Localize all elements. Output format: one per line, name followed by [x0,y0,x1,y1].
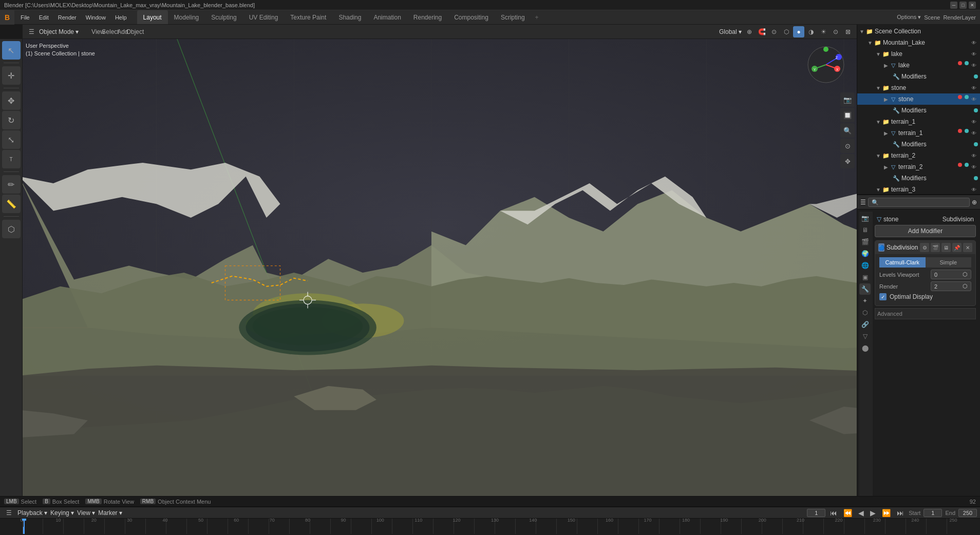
outliner-terrain2-mesh[interactable]: ▶ ▽ terrain_2 👁 [857,161,980,173]
properties-filter-icon[interactable]: ⊕ [972,199,977,206]
select-menu-button[interactable]: Select [105,26,116,37]
menu-help[interactable]: Help [111,13,131,22]
move-tool-button[interactable]: ✥ [2,91,21,110]
playhead[interactable] [24,519,25,534]
mode-dropdown[interactable]: Object Mode ▾ [39,28,90,35]
blender-logo[interactable]: B [0,10,14,25]
material-tab[interactable]: ⬤ [859,342,871,354]
render-layer-dropdown[interactable]: RenderLayer [943,14,976,21]
camera-view-button[interactable]: 📷 [840,92,855,107]
wireframe-icon[interactable]: ⬡ [781,26,792,37]
play-reverse-button[interactable]: ◀ [857,509,865,517]
tab-shading[interactable]: Shading [332,10,367,24]
outliner-lake-collection[interactable]: ▼ 📁 lake 👁 [857,48,980,60]
mod-close-btn[interactable]: ✕ [963,243,972,252]
scene-properties-tab[interactable]: 🌍 [859,248,871,259]
solid-shading-icon[interactable]: ● [793,26,804,37]
tab-uv-editing[interactable]: UV Editing [243,10,285,24]
advanced-section-button[interactable]: Advanced [875,308,976,319]
terrain2-mesh-caret[interactable]: ▶ [884,164,888,170]
modifier-properties-tab active[interactable]: 🔧 [859,283,871,295]
mountain-lake-visibility[interactable]: 👁 [970,39,978,47]
timeline-ruler[interactable]: 0 0 10 20 30 40 50 60 70 80 90 100 110 1… [0,519,980,535]
window-controls[interactable]: ─ □ ✕ [950,2,976,9]
tab-sculpting[interactable]: Sculpting [205,10,242,24]
add-modifier-button[interactable]: Add Modifier [875,225,976,237]
lake-mesh-visibility[interactable]: 👁 [970,61,978,69]
tab-compositing[interactable]: Compositing [448,10,495,24]
mod-realtime-btn[interactable]: ⚙ [920,243,929,252]
render-preview-button[interactable]: 🔲 [840,108,855,122]
outliner-stone-modifiers[interactable]: 🔧 Modifiers [857,105,980,116]
world-properties-tab[interactable]: 🌐 [859,260,871,271]
playback-dropdown[interactable]: Playback ▾ [17,509,47,517]
terrain1-mesh-caret[interactable]: ▶ [884,130,888,136]
tab-texture-paint[interactable]: Texture Paint [284,10,332,24]
terrain1-visibility[interactable]: 👁 [970,118,978,126]
orbit-button[interactable]: ⊙ [840,139,855,153]
properties-search-input[interactable] [868,198,970,207]
rotate-tool-button[interactable]: ↻ [2,111,21,129]
jump-end-button[interactable]: ⏭ [895,509,906,517]
terrain1-mesh-visibility[interactable]: 👁 [970,129,978,137]
outliner-terrain1-collection[interactable]: ▼ 📁 terrain_1 👁 [857,116,980,127]
tab-rendering[interactable]: Rendering [407,10,448,24]
mountain-lake-caret[interactable]: ▼ [868,40,873,46]
collection-caret[interactable]: ▼ [859,29,864,34]
outliner-stone-collection[interactable]: ▼ 📁 stone 👁 [857,82,980,93]
scene-dropdown[interactable]: Scene [924,14,940,21]
tab-animation[interactable]: Animation [367,10,407,24]
move-view-button[interactable]: ✥ [840,154,855,168]
mod-viewport-btn[interactable]: 🖥 [941,243,951,252]
timeline-menu-icon[interactable]: ☰ [3,507,14,519]
outliner-lake-mesh[interactable]: ▶ ▽ lake 👁 [857,60,980,71]
overlays-icon[interactable]: ⊙ [830,26,841,37]
keying-dropdown[interactable]: Keying ▾ [50,509,74,517]
menu-file[interactable]: File [16,13,34,22]
optimal-display-checkbox[interactable]: ✓ [879,293,887,300]
tab-scripting[interactable]: Scripting [495,10,531,24]
xray-icon[interactable]: ⊠ [842,26,854,37]
outliner-terrain2-modifiers[interactable]: 🔧 Modifiers [857,173,980,184]
step-forward-button[interactable]: ⏩ [880,509,892,517]
particles-tab[interactable]: ✦ [859,295,871,307]
editor-type-button[interactable]: ☰ [26,26,37,37]
properties-menu-icon[interactable]: ☰ [860,199,866,206]
current-frame-input[interactable] [807,509,825,517]
render-value[interactable]: 2 ⬡ [931,281,971,291]
outliner-scene-collection[interactable]: ▼ 📁 Scene Collection [857,26,980,37]
tab-layout[interactable]: Layout [137,10,168,24]
output-properties-tab[interactable]: 🖥 [859,224,871,236]
outliner-stone-mesh[interactable]: ▶ ▽ stone 👁 [857,93,980,105]
physics-tab[interactable]: ⬡ [859,307,871,318]
stone-collection-visibility[interactable]: 👁 [970,84,978,92]
viewport-shading-dropdown[interactable]: Global ▾ [719,28,742,35]
object-properties-tab[interactable]: ▣ [859,272,871,283]
view-layer-tab[interactable]: 🎬 [859,236,871,247]
start-frame-input[interactable] [924,509,942,517]
stone-mesh-caret[interactable]: ▶ [884,97,888,102]
scale-tool-button[interactable]: ⤡ [2,130,21,149]
lake-collection-visibility[interactable]: 👁 [970,50,978,58]
data-properties-tab[interactable]: ▽ [859,331,871,342]
terrain2-visibility[interactable]: 👁 [970,151,978,160]
rendered-icon[interactable]: ☀ [818,26,829,37]
jump-start-button[interactable]: ⏮ [828,509,839,517]
add-workspace-button[interactable]: + [531,10,543,24]
close-button[interactable]: ✕ [969,2,976,9]
proportional-edit-icon[interactable]: ⊙ [768,26,780,37]
object-menu-button[interactable]: Object [129,26,141,37]
terrain3-caret[interactable]: ▼ [876,187,881,193]
terrain2-caret[interactable]: ▼ [876,153,881,159]
cursor-tool-button[interactable]: ✛ [2,66,21,85]
select-tool-button[interactable]: ↖ [2,41,21,60]
lake-collection-caret[interactable]: ▼ [876,51,881,57]
constraints-tab[interactable]: 🔗 [859,319,871,330]
outliner-terrain2-collection[interactable]: ▼ 📁 terrain_2 👁 [857,150,980,161]
outliner-lake-modifiers[interactable]: 🔧 Modifiers [857,71,980,82]
timeline-view-dropdown[interactable]: View ▾ [77,509,95,517]
zoom-in-button[interactable]: 🔍 [840,123,855,138]
mod-render-btn[interactable]: 🎬 [931,243,940,252]
end-frame-input[interactable] [958,509,977,517]
step-back-button[interactable]: ⏪ [842,509,854,517]
